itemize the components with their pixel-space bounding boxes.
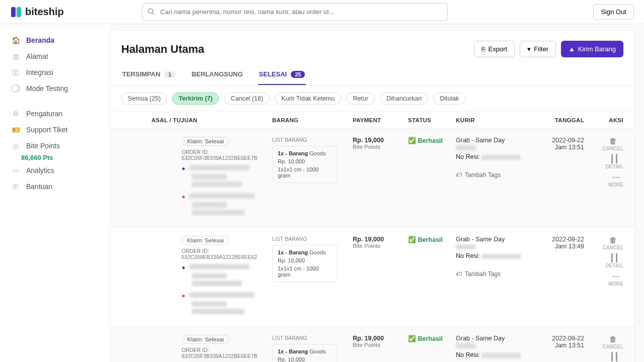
tab-selesai[interactable]: SELESAI25 bbox=[258, 64, 306, 85]
goods-label: LIST BARANG bbox=[272, 236, 353, 242]
table-row: Klaim: Selesai ORDER ID: 632C05F3B339A12… bbox=[110, 327, 634, 362]
col-courier: KURIR bbox=[456, 117, 534, 123]
chip-semua[interactable]: Semua (25) bbox=[121, 93, 167, 105]
row-date: 2022-09-22 bbox=[534, 236, 584, 243]
ticket-icon: 🎫 bbox=[11, 126, 20, 134]
col-payment: PAYMENT bbox=[353, 117, 408, 123]
goods-label: LIST BARANG bbox=[272, 335, 353, 341]
courier-name: Grab - Same Day bbox=[456, 137, 534, 144]
claim-badge: Klaim: Selesai bbox=[182, 335, 229, 344]
origin-pin-icon: ● bbox=[182, 165, 185, 172]
sign-out-button[interactable]: Sign Out bbox=[593, 4, 634, 20]
add-tags-button[interactable]: 🏷Tambah Tags bbox=[456, 270, 534, 278]
table-row: Klaim: Selesai ORDER ID: 632C058EB339A12… bbox=[110, 228, 634, 327]
payment-amount: Rp. 19,000 bbox=[353, 137, 408, 144]
resi-line: No Resi: bbox=[456, 351, 534, 358]
tag-icon: 🏷 bbox=[456, 171, 462, 178]
table-header: ASAL / TUJUAN BARANG PAYMENT STATUS KURI… bbox=[110, 112, 634, 129]
sidebar-item-bite-points[interactable]: ◎Bite Points bbox=[6, 139, 104, 153]
coin-icon: ◎ bbox=[11, 142, 20, 150]
chip-cancel[interactable]: Cancel (18) bbox=[224, 93, 270, 105]
add-tags-button[interactable]: 🏷Tambah Tags bbox=[456, 171, 534, 178]
claim-badge: Klaim: Selesai bbox=[182, 236, 229, 245]
sidebar-item-bantuan[interactable]: ✆Bantuan bbox=[6, 179, 104, 194]
sidebar-item-mode-testing[interactable]: Mode Testing bbox=[6, 81, 104, 96]
cancel-action[interactable]: 🗑CANCEL bbox=[602, 137, 623, 151]
svg-line-3 bbox=[152, 13, 154, 14]
tab-berlangsung[interactable]: BERLANGSUNG bbox=[191, 64, 244, 85]
page-title: Halaman Utama bbox=[121, 43, 204, 56]
claim-badge: Klaim: Selesai bbox=[182, 137, 229, 146]
origin-pin-icon: ● bbox=[182, 264, 185, 271]
goods-card: 1x - Barang Goods Rp. 10,000 1x1x1 cm - … bbox=[272, 245, 338, 282]
detail-action[interactable]: ┃┃DETAIL bbox=[606, 352, 623, 362]
cancel-action[interactable]: 🗑CANCEL bbox=[602, 236, 623, 250]
more-action[interactable]: ⋯MORE bbox=[608, 272, 623, 287]
row-time: Jam 13:51 bbox=[534, 342, 584, 349]
order-id: ORDER ID: 632C05F3B339A1222BE6EE7B bbox=[182, 347, 272, 359]
row-time: Jam 13:49 bbox=[534, 243, 584, 250]
detail-action[interactable]: ┃┃DETAIL bbox=[606, 154, 623, 169]
row-date: 2022-09-22 bbox=[534, 137, 584, 144]
sidebar-item-support-tiket[interactable]: 🎫Support Tiket bbox=[6, 123, 104, 137]
detail-action[interactable]: ┃┃DETAIL bbox=[606, 253, 623, 268]
row-time: Jam 13:51 bbox=[534, 144, 584, 151]
more-action[interactable]: ⋯MORE bbox=[608, 172, 623, 188]
payment-source: Bite Points bbox=[353, 342, 408, 348]
chip-terkirim[interactable]: Terkirim (7) bbox=[172, 93, 219, 105]
chip-ditolak[interactable]: Ditolak bbox=[433, 93, 465, 105]
payment-amount: Rp. 19,000 bbox=[353, 335, 408, 342]
tab-tersimpan[interactable]: TERSIMPAN1 bbox=[121, 64, 177, 85]
toggle-icon bbox=[11, 84, 20, 93]
resi-line: No Resi: bbox=[456, 252, 534, 259]
sidebar-item-beranda[interactable]: 🏠Beranda bbox=[6, 33, 104, 47]
cancel-action[interactable]: 🗑CANCEL bbox=[602, 335, 623, 349]
map-icon: ▥ bbox=[11, 52, 20, 60]
dest-pin-icon: ● bbox=[182, 292, 185, 299]
payment-source: Bite Points bbox=[353, 144, 408, 150]
gear-icon: ⚙ bbox=[11, 110, 20, 118]
export-button[interactable]: ⎘Export bbox=[474, 41, 515, 57]
brand-text: biteship bbox=[25, 6, 64, 18]
kirim-barang-button[interactable]: ▲Kirim Barang bbox=[561, 41, 623, 57]
detail-icon: ┃┃ bbox=[606, 154, 623, 163]
resi-line: No Resi: bbox=[456, 153, 534, 160]
goods-card: 1x - Barang Goods Rp. 10,000 1x1x1 cm - … bbox=[272, 344, 338, 362]
chip-kurir-tidak-ketemu[interactable]: Kurir Tidak Ketemu bbox=[275, 93, 341, 105]
status-badge: ✅ Berhasil bbox=[408, 137, 443, 144]
points-value: 86,660 Pts bbox=[21, 154, 104, 161]
courier-name: Grab - Same Day bbox=[456, 236, 534, 243]
filter-button[interactable]: ▾Filter bbox=[520, 41, 556, 57]
detail-icon: ┃┃ bbox=[606, 352, 623, 361]
col-origin: ASAL / TUJUAN bbox=[121, 117, 272, 123]
sidebar-item-analytics[interactable]: ▭Analytics bbox=[6, 163, 104, 177]
svg-rect-1 bbox=[17, 7, 21, 17]
search-icon bbox=[147, 7, 155, 17]
col-date: TANGGAL bbox=[534, 117, 584, 123]
search-input[interactable] bbox=[142, 3, 448, 21]
logo[interactable]: biteship bbox=[10, 6, 64, 18]
goods-label: LIST BARANG bbox=[272, 137, 353, 143]
sidebar: 🏠Beranda ▥Alamat ⚿Integrasi Mode Testing… bbox=[0, 24, 110, 362]
phone-icon: ✆ bbox=[11, 183, 20, 191]
payment-amount: Rp. 19,000 bbox=[353, 236, 408, 243]
logo-icon bbox=[10, 6, 22, 18]
sidebar-item-alamat[interactable]: ▥Alamat bbox=[6, 49, 104, 63]
more-icon: ⋯ bbox=[608, 272, 623, 281]
chip-retur[interactable]: Retur bbox=[346, 93, 375, 105]
filter-icon: ▾ bbox=[527, 45, 531, 53]
goods-card: 1x - Barang Goods Rp. 10,000 1x1x1 cm - … bbox=[272, 146, 338, 183]
sidebar-item-pengaturan[interactable]: ⚙Pengaturan bbox=[6, 107, 104, 121]
order-id: ORDER ID: 632C058EB339A1222BE6EE62 bbox=[182, 248, 272, 260]
key-icon: ⚿ bbox=[11, 68, 20, 76]
export-icon: ⎘ bbox=[481, 45, 486, 53]
order-id: ORDER ID: 632C05F3B339A1222BE6EE7B bbox=[182, 149, 272, 161]
col-status: STATUS bbox=[408, 117, 456, 123]
filter-chips: Semua (25) Terkirim (7) Cancel (18) Kuri… bbox=[110, 85, 634, 112]
chip-dihancurkan[interactable]: Dihancurkan bbox=[380, 93, 428, 105]
status-badge: ✅ Berhasil bbox=[408, 236, 443, 243]
sidebar-item-integrasi[interactable]: ⚿Integrasi bbox=[6, 65, 104, 79]
detail-icon: ┃┃ bbox=[606, 253, 623, 262]
trash-icon: 🗑 bbox=[602, 236, 623, 244]
tabs: TERSIMPAN1 BERLANGSUNG SELESAI25 bbox=[110, 64, 634, 85]
